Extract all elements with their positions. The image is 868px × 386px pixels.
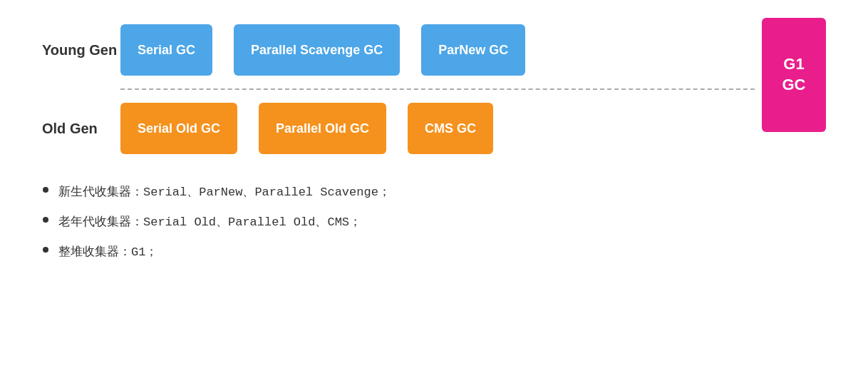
old-gen-boxes: Serial Old GC Parallel Old GC CMS GC: [120, 103, 493, 154]
divider-row: [42, 82, 826, 96]
young-gen-boxes: Serial GC Parallel Scavenge GC ParNew GC: [120, 24, 525, 76]
bullet-dot-2: [43, 217, 48, 223]
parallel-old-gc-box: Parallel Old GC: [259, 103, 386, 154]
dashed-line: [120, 88, 755, 90]
cms-gc-box: CMS GC: [408, 103, 493, 154]
parnew-gc-box: ParNew GC: [421, 24, 525, 76]
bullet-item-1: 新生代收集器：Serial、ParNew、Parallel Scavenge；: [43, 182, 825, 202]
bullet-text-2: 老年代收集器：Serial Old、Parallel Old、CMS；: [58, 212, 361, 232]
young-gen-row: Young Gen Serial GC Parallel Scavenge GC…: [42, 18, 826, 82]
old-gen-label: Old Gen: [42, 121, 120, 137]
old-gen-row: Old Gen Serial Old GC Parallel Old GC CM…: [42, 96, 826, 161]
serial-old-gc-box: Serial Old GC: [120, 103, 237, 154]
bullet-item-2: 老年代收集器：Serial Old、Parallel Old、CMS；: [43, 212, 825, 232]
bullet-text-1: 新生代收集器：Serial、ParNew、Parallel Scavenge；: [58, 182, 391, 202]
bullets-area: 新生代收集器：Serial、ParNew、Parallel Scavenge； …: [0, 161, 868, 263]
g1-gc-box: G1GC: [762, 18, 826, 132]
bullet-dot-3: [43, 247, 48, 253]
bullet-text-3: 整堆收集器：G1；: [58, 242, 157, 262]
young-gen-label: Young Gen: [42, 42, 120, 59]
diagram-wrapper: Young Gen Serial GC Parallel Scavenge GC…: [42, 0, 826, 161]
bullet-dot-1: [43, 187, 48, 193]
bullet-item-3: 整堆收集器：G1；: [43, 242, 825, 262]
serial-gc-box: Serial GC: [120, 24, 212, 76]
parallel-scavenge-gc-box: Parallel Scavenge GC: [234, 24, 400, 76]
